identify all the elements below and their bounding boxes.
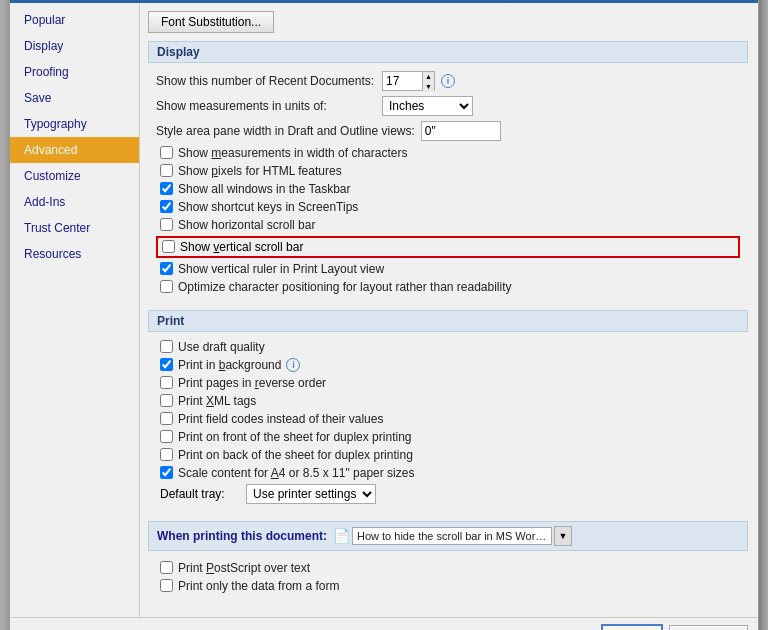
when-printing-label: When printing this document: <box>157 529 327 543</box>
doc-icon: 📄 <box>333 528 350 544</box>
tray-label: Default tray: <box>160 487 240 501</box>
measurements-select[interactable]: Inches Centimeters Millimeters Points Pi… <box>382 96 473 116</box>
cb-horiz-scroll-row: Show horizontal scroll bar <box>156 218 740 232</box>
style-area-input[interactable] <box>421 121 501 141</box>
recent-docs-label: Show this number of Recent Documents: <box>156 74 376 88</box>
cancel-button[interactable]: Cancel <box>669 625 748 631</box>
cb-pixels-label: Show pixels for HTML features <box>178 164 342 178</box>
display-section-header: Display <box>148 41 748 63</box>
cb-postscript-label: Print PostScript over text <box>178 561 310 575</box>
cb-shortcut-keys[interactable] <box>160 200 173 213</box>
cb-pixels-row: Show pixels for HTML features <box>156 164 740 178</box>
footer: OK Cancel <box>10 617 758 631</box>
sidebar-item-customize[interactable]: Customize <box>10 163 139 189</box>
cb-background[interactable] <box>160 358 173 371</box>
cb-fieldcodes-row: Print field codes instead of their value… <box>156 412 740 426</box>
cb-horiz-scroll-label: Show horizontal scroll bar <box>178 218 315 232</box>
spinner-up[interactable]: ▲ <box>423 72 434 82</box>
sidebar-item-advanced[interactable]: Advanced <box>10 137 139 163</box>
doc-dropdown-arrow[interactable]: ▼ <box>554 526 572 546</box>
cb-xmltags-label: Print XML tags <box>178 394 256 408</box>
when-printing-body: Print PostScript over text Print only th… <box>148 557 748 601</box>
background-info-icon[interactable]: i <box>286 358 300 372</box>
cb-all-windows-row: Show all windows in the Taskbar <box>156 182 740 196</box>
doc-dropdown: 📄 How to hide the scroll bar in MS Word.… <box>333 526 572 546</box>
cb-draft-row: Use draft quality <box>156 340 740 354</box>
measurements-row: Show measurements in units of: Inches Ce… <box>156 96 740 116</box>
cb-optimize-row: Optimize character positioning for layou… <box>156 280 740 294</box>
cb-fronttop-row: Print on front of the sheet for duplex p… <box>156 430 740 444</box>
font-substitution-button[interactable]: Font Substitution... <box>148 11 274 33</box>
spinner-down[interactable]: ▼ <box>423 82 434 92</box>
cb-fieldcodes-label: Print field codes instead of their value… <box>178 412 383 426</box>
cb-fronttop-label: Print on front of the sheet for duplex p… <box>178 430 411 444</box>
measurements-label: Show measurements in units of: <box>156 99 376 113</box>
ok-button[interactable]: OK <box>601 624 662 631</box>
sidebar-item-display[interactable]: Display <box>10 33 139 59</box>
cb-horiz-scroll[interactable] <box>160 218 173 231</box>
sidebar-item-popular[interactable]: Popular <box>10 7 139 33</box>
recent-docs-input[interactable] <box>382 71 422 91</box>
cb-vert-scroll-row-highlighted: Show vertical scroll bar <box>156 236 740 258</box>
cb-reverse[interactable] <box>160 376 173 389</box>
main-content: Font Substitution... Display Show this n… <box>140 3 758 617</box>
sidebar-item-trustcenter[interactable]: Trust Center <box>10 215 139 241</box>
cb-backside-label: Print on back of the sheet for duplex pr… <box>178 448 413 462</box>
recent-docs-spinner-buttons: ▲ ▼ <box>422 71 435 91</box>
cb-width-chars-row: Show measurements in width of characters <box>156 146 740 160</box>
print-section-body: Use draft quality Print in background i … <box>148 336 748 513</box>
cb-vert-ruler-label: Show vertical ruler in Print Layout view <box>178 262 384 276</box>
cb-draft-label: Use draft quality <box>178 340 265 354</box>
cb-formdata[interactable] <box>160 579 173 592</box>
cb-vert-ruler[interactable] <box>160 262 173 275</box>
cb-xmltags[interactable] <box>160 394 173 407</box>
cb-reverse-label: Print pages in reverse order <box>178 376 326 390</box>
print-section-header: Print <box>148 310 748 332</box>
tray-row: Default tray: Use printer settings Manua… <box>156 484 740 504</box>
cb-shortcut-keys-label: Show shortcut keys in ScreenTips <box>178 200 358 214</box>
sidebar-item-proofing[interactable]: Proofing <box>10 59 139 85</box>
recent-docs-spinner: ▲ ▼ <box>382 71 435 91</box>
cb-formdata-label: Print only the data from a form <box>178 579 339 593</box>
cb-optimize[interactable] <box>160 280 173 293</box>
cb-optimize-label: Optimize character positioning for layou… <box>178 280 512 294</box>
cb-pixels[interactable] <box>160 164 173 177</box>
sidebar-item-resources[interactable]: Resources <box>10 241 139 267</box>
sidebar-item-typography[interactable]: Typography <box>10 111 139 137</box>
cb-vert-ruler-row: Show vertical ruler in Print Layout view <box>156 262 740 276</box>
sidebar-item-save[interactable]: Save <box>10 85 139 111</box>
recent-docs-info-icon[interactable]: i <box>441 74 455 88</box>
cb-width-chars-label: Show measurements in width of characters <box>178 146 407 160</box>
scroll-area[interactable]: Display Show this number of Recent Docum… <box>148 41 750 609</box>
cb-scale[interactable] <box>160 466 173 479</box>
cb-background-label: Print in background <box>178 358 281 372</box>
cb-reverse-row: Print pages in reverse order <box>156 376 740 390</box>
cb-draft[interactable] <box>160 340 173 353</box>
cb-scale-label: Scale content for A4 or 8.5 x 11" paper … <box>178 466 414 480</box>
doc-name: How to hide the scroll bar in MS Word... <box>352 527 552 545</box>
sidebar: Popular Display Proofing Save Typography… <box>10 3 140 617</box>
cb-shortcut-keys-row: Show shortcut keys in ScreenTips <box>156 200 740 214</box>
cb-formdata-row: Print only the data from a form <box>156 579 740 593</box>
recent-docs-row: Show this number of Recent Documents: ▲ … <box>156 71 740 91</box>
cb-all-windows[interactable] <box>160 182 173 195</box>
cb-width-chars[interactable] <box>160 146 173 159</box>
cb-vert-scroll-label: Show vertical scroll bar <box>180 240 303 254</box>
cb-fronttop[interactable] <box>160 430 173 443</box>
cb-backside-row: Print on back of the sheet for duplex pr… <box>156 448 740 462</box>
cb-all-windows-label: Show all windows in the Taskbar <box>178 182 351 196</box>
cb-background-row: Print in background i <box>156 358 740 372</box>
cb-fieldcodes[interactable] <box>160 412 173 425</box>
cb-backside[interactable] <box>160 448 173 461</box>
word-options-dialog: Word Options ? ✕ Popular Display Proofin… <box>9 0 759 630</box>
display-section-body: Show this number of Recent Documents: ▲ … <box>148 67 748 302</box>
tray-select[interactable]: Use printer settings Manual feed Tray 1 <box>246 484 376 504</box>
style-area-label: Style area pane width in Draft and Outli… <box>156 124 415 138</box>
cb-vert-scroll[interactable] <box>162 240 175 253</box>
sidebar-item-addins[interactable]: Add-Ins <box>10 189 139 215</box>
style-area-row: Style area pane width in Draft and Outli… <box>156 121 740 141</box>
cb-postscript[interactable] <box>160 561 173 574</box>
when-printing-row: When printing this document: 📄 How to hi… <box>148 521 748 551</box>
cb-postscript-row: Print PostScript over text <box>156 561 740 575</box>
cb-scale-row: Scale content for A4 or 8.5 x 11" paper … <box>156 466 740 480</box>
